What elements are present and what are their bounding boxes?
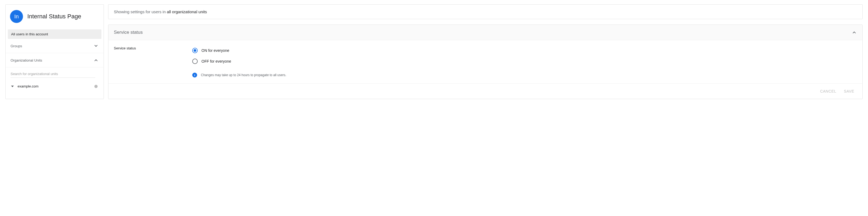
ou-tree-item[interactable]: example.com [10, 82, 99, 91]
main-content: Showing settings for users in all organi… [108, 4, 863, 99]
chevron-up-icon [851, 30, 857, 35]
info-row: i Changes may take up to 24 hours to pro… [192, 68, 857, 80]
card-header[interactable]: Service status [108, 25, 862, 40]
cancel-button[interactable]: CANCEL [820, 89, 836, 94]
status-dot-icon [94, 85, 98, 88]
radio-icon [192, 48, 198, 53]
page-title: Internal Status Page [27, 13, 81, 20]
sidebar: In Internal Status Page All users in thi… [5, 4, 104, 99]
sidebar-row-label: Organizational Units [10, 58, 42, 62]
setting-label: Service status [114, 46, 192, 80]
info-icon: i [192, 73, 197, 77]
save-button[interactable]: SAVE [844, 89, 854, 94]
sidebar-row-label: Groups [10, 44, 22, 48]
scope-banner: Showing settings for users in all organi… [108, 4, 863, 19]
search-ou-input[interactable]: Search for organizational units [10, 72, 95, 78]
avatar-initials: In [14, 13, 19, 20]
avatar: In [10, 10, 23, 23]
radio-label: ON for everyone [202, 48, 229, 52]
scope-target: all organizational units [167, 9, 207, 14]
radio-group: ON for everyone OFF for everyone i Chang… [192, 46, 857, 80]
search-ou-container: Search for organizational units [6, 68, 103, 80]
sidebar-item-label: All users in this account [11, 32, 48, 36]
chevron-down-icon [93, 43, 99, 48]
ou-label: example.com [18, 84, 91, 88]
sidebar-item-all-users[interactable]: All users in this account [8, 29, 101, 39]
card-title: Service status [114, 30, 143, 35]
card-footer: CANCEL SAVE [108, 83, 862, 99]
sidebar-row-groups[interactable]: Groups [6, 39, 103, 53]
radio-on-everyone[interactable]: ON for everyone [192, 46, 857, 57]
info-text: Changes may take up to 24 hours to propa… [201, 73, 286, 77]
radio-icon [192, 59, 198, 64]
card-body: Service status ON for everyone OFF for e… [108, 40, 862, 83]
radio-label: OFF for everyone [202, 59, 231, 64]
sidebar-row-org-units[interactable]: Organizational Units [6, 53, 103, 68]
ou-tree: example.com [6, 80, 103, 97]
scope-prefix: Showing settings for users in [114, 9, 167, 14]
radio-off-everyone[interactable]: OFF for everyone [192, 57, 857, 68]
service-status-card: Service status Service status ON for eve… [108, 25, 863, 99]
sidebar-header: In Internal Status Page [6, 5, 103, 29]
caret-down-icon [10, 84, 14, 88]
chevron-up-icon [93, 58, 99, 63]
